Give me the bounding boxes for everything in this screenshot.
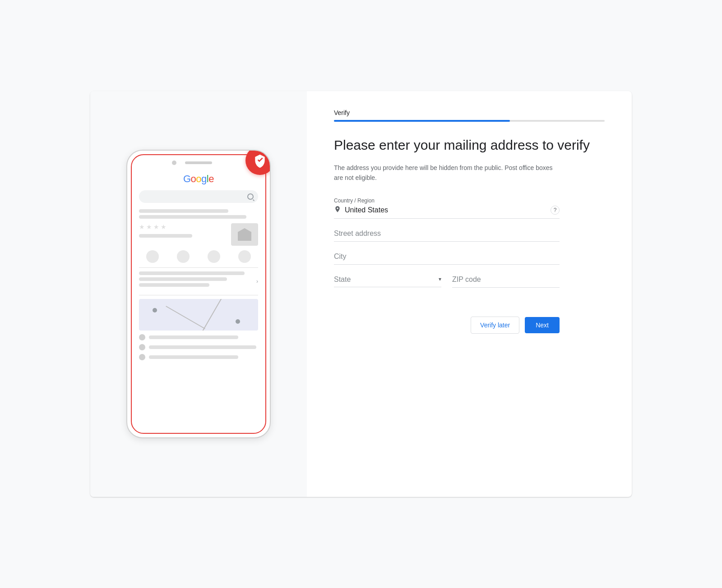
state-select-wrapper: State Alabama Alaska Arizona California … — [334, 276, 441, 287]
verify-later-button[interactable]: Verify later — [471, 317, 519, 334]
phone-camera — [172, 161, 176, 165]
map-pin — [153, 308, 157, 312]
star: ★ — [161, 223, 167, 230]
mock-line — [139, 277, 227, 281]
page-heading: Please enter your mailing address to ver… — [334, 136, 605, 154]
action-icons-row — [139, 250, 258, 263]
page-description: The address you provide here will be hid… — [334, 163, 560, 183]
bottom-rows — [139, 334, 258, 360]
city-group — [334, 253, 560, 265]
mock-line — [149, 345, 256, 349]
mock-line — [139, 215, 246, 219]
location-pin-icon — [334, 206, 341, 215]
clock-icon-mock — [139, 334, 145, 340]
store-icon — [238, 228, 251, 241]
action-icon-directions — [177, 250, 190, 263]
address-form: Country / Region ? — [334, 198, 560, 299]
search-icon-mock — [247, 193, 254, 200]
help-icon-text: ? — [554, 207, 557, 213]
state-zip-row: State Alabama Alaska Arizona California … — [334, 276, 560, 299]
country-region-group: Country / Region ? — [334, 198, 560, 219]
zip-field-row — [452, 276, 560, 288]
map-road — [199, 299, 223, 331]
street-address-input[interactable] — [334, 230, 560, 238]
action-icon-save — [208, 250, 220, 263]
help-icon[interactable]: ? — [551, 206, 560, 215]
mock-line — [139, 209, 228, 213]
star: ★ — [146, 223, 152, 230]
divider — [139, 295, 258, 295]
map-pin-2 — [236, 319, 240, 324]
country-field-row: ? — [334, 206, 560, 219]
city-field-row — [334, 253, 560, 265]
stars-row: ★ ★ ★ ★ — [139, 223, 227, 230]
map-area — [139, 299, 258, 331]
zip-input[interactable] — [452, 276, 560, 284]
mock-lines-1 — [139, 209, 258, 219]
action-icon-share — [238, 250, 251, 263]
state-select[interactable]: State Alabama Alaska Arizona California … — [334, 276, 439, 283]
shield-icon — [253, 153, 267, 168]
map-road — [166, 306, 205, 329]
icon-text-row-hours — [139, 334, 258, 340]
next-button[interactable]: Next — [525, 317, 560, 333]
actions-row: Verify later Next — [334, 317, 560, 334]
street-field-row — [334, 230, 560, 242]
city-input[interactable] — [334, 253, 560, 261]
phone-speaker — [185, 161, 212, 164]
icon-text-row-web — [139, 354, 258, 360]
progress-section: Verify — [334, 109, 605, 122]
mock-line — [139, 271, 245, 275]
row-with-arrow: › — [139, 271, 258, 291]
mock-line — [149, 355, 238, 359]
country-input[interactable] — [345, 206, 551, 214]
zip-group — [452, 276, 560, 288]
phone-inner: Google — [131, 154, 266, 434]
phone-content: Google — [132, 155, 265, 368]
star: ★ — [139, 223, 145, 230]
web-icon-mock — [139, 354, 145, 360]
divider — [139, 267, 258, 268]
state-group: State Alabama Alaska Arizona California … — [334, 276, 441, 288]
dropdown-arrow-icon: ▾ — [439, 276, 441, 282]
chevron-right-icon: › — [256, 278, 258, 285]
mock-lines-2 — [139, 271, 256, 287]
street-address-group — [334, 230, 560, 242]
icon-text-row-phone — [139, 344, 258, 350]
progress-title: Verify — [334, 109, 605, 116]
google-logo: Google — [139, 173, 258, 185]
mock-line — [139, 283, 209, 287]
google-logo-text: Google — [183, 173, 214, 185]
search-bar-mock — [139, 190, 258, 203]
mock-store-image — [231, 223, 258, 246]
action-icon-phone — [146, 250, 159, 263]
mock-line — [139, 234, 192, 238]
phone-mockup: Google — [126, 150, 271, 438]
main-container: Google — [90, 91, 632, 497]
phone-icon-mock — [139, 344, 145, 350]
left-panel: Google — [90, 91, 307, 497]
progress-bar-fill — [334, 120, 510, 122]
progress-bar-track — [334, 120, 605, 122]
mock-line — [149, 335, 238, 339]
right-panel: Verify Please enter your mailing address… — [307, 91, 632, 497]
country-label: Country / Region — [334, 198, 560, 204]
star: ★ — [153, 223, 159, 230]
